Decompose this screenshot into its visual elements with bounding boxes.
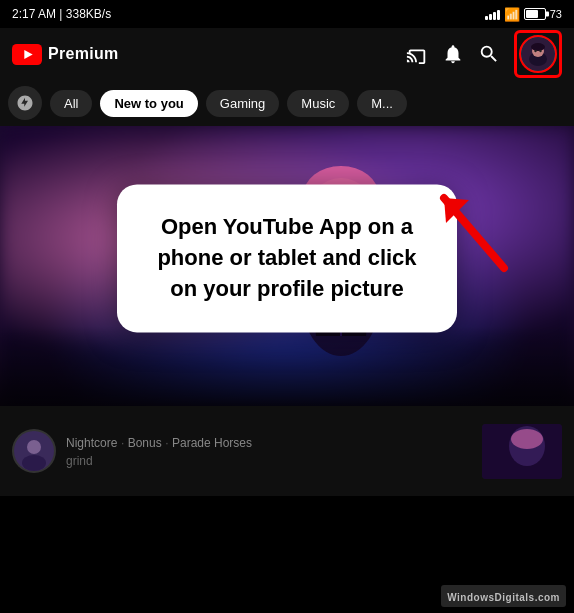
svg-point-29 [511, 429, 543, 449]
svg-point-6 [534, 50, 536, 52]
profile-avatar [521, 37, 555, 71]
chip-all[interactable]: All [50, 90, 92, 117]
cast-icon[interactable] [406, 43, 428, 65]
svg-point-7 [539, 50, 541, 52]
battery-percent: 73 [550, 8, 562, 20]
label-parade: Parade Horses [172, 436, 252, 450]
premium-label: Premium [48, 45, 119, 63]
content-overlay [0, 326, 574, 406]
battery-icon [524, 8, 546, 20]
logo-area: Premium [12, 44, 119, 65]
profile-button[interactable] [519, 35, 557, 73]
header: Premium [0, 28, 574, 80]
header-icons [406, 30, 562, 78]
chip-more[interactable]: M... [357, 90, 407, 117]
signal-icon [485, 8, 500, 20]
profile-highlight-box [514, 30, 562, 78]
instruction-text: Open YouTube App on a phone or tablet an… [147, 212, 427, 304]
svg-point-5 [531, 43, 545, 51]
artist-nightcore: Nightcore [66, 436, 117, 450]
watermark-text: WindowsDigitals.com [447, 592, 560, 603]
label-bonus: Bonus [128, 436, 162, 450]
channel-thumbnail [12, 429, 56, 473]
svg-point-25 [27, 440, 41, 454]
status-time: 2:17 AM | 338KB/s [12, 7, 111, 21]
main-content: Open YouTube App on a phone or tablet an… [0, 126, 574, 406]
mini-thumbnail[interactable] [482, 424, 562, 479]
status-icons: 📶 73 [485, 7, 562, 22]
filter-row: All New to you Gaming Music M... [0, 80, 574, 126]
status-bar: 2:17 AM | 338KB/s 📶 73 [0, 0, 574, 28]
youtube-logo [12, 44, 42, 65]
chip-new-to-you[interactable]: New to you [100, 90, 197, 117]
video-title-row: Nightcore · Bonus · Parade Horses [66, 435, 472, 450]
instruction-box: Open YouTube App on a phone or tablet an… [117, 184, 457, 332]
explore-button[interactable] [8, 86, 42, 120]
bottom-info: Nightcore · Bonus · Parade Horses grind [66, 435, 472, 468]
bell-icon[interactable] [442, 43, 464, 65]
video-sub: grind [66, 454, 472, 468]
chip-gaming[interactable]: Gaming [206, 90, 280, 117]
search-icon[interactable] [478, 43, 500, 65]
wifi-icon: 📶 [504, 7, 520, 22]
chip-music[interactable]: Music [287, 90, 349, 117]
bottom-content: Nightcore · Bonus · Parade Horses grind [0, 406, 574, 496]
svg-point-26 [22, 455, 46, 471]
watermark: WindowsDigitals.com [441, 585, 566, 607]
